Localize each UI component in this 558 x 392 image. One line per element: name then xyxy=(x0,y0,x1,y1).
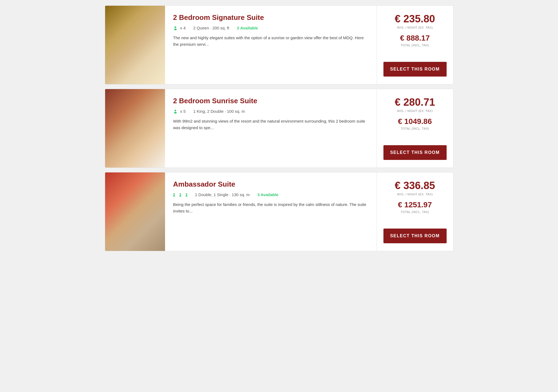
meta-separator xyxy=(188,26,191,30)
price-avg: € 336.85 xyxy=(383,180,447,192)
select-room-button[interactable]: SELECT THIS ROOM xyxy=(383,229,447,243)
person-icon xyxy=(173,193,178,197)
price-section: € 280.71 AVG. / NIGHT (EX. TAX) € 1049.8… xyxy=(383,97,447,130)
room-description: The new and highly elegant suites with t… xyxy=(173,35,368,48)
price-section: € 235.80 AVG. / NIGHT (EX. TAX) € 888.17… xyxy=(383,13,447,47)
person-icon xyxy=(183,193,187,197)
price-total: € 888.17 xyxy=(383,34,447,42)
person-icon xyxy=(173,109,178,114)
person-icon xyxy=(173,26,178,30)
svg-point-4 xyxy=(173,193,175,195)
room-name: Ambassador Suite xyxy=(173,180,368,189)
meta-separator xyxy=(188,109,191,114)
room-details: Ambassador Suite 1 Double, 1 Single · 13… xyxy=(165,172,377,251)
room-image-placeholder xyxy=(105,6,165,84)
meta-separator-2 xyxy=(232,26,234,30)
price-avg-label: AVG. / NIGHT (EX. TAX) xyxy=(383,109,447,113)
room-name: 2 Bedroom Sunrise Suite xyxy=(173,97,368,105)
guest-icons xyxy=(173,109,178,114)
price-total-label: TOTAL (INCL. TAX) xyxy=(383,210,447,214)
availability-badge: 2 Available xyxy=(237,26,258,30)
room-image xyxy=(105,172,165,251)
room-meta: x 4 2 Queen · 200 sq. ft 2 Available xyxy=(173,26,368,30)
price-avg: € 235.80 xyxy=(383,13,447,25)
price-total-label: TOTAL (INCL. TAX) xyxy=(383,44,447,47)
select-room-button[interactable]: SELECT THIS ROOM xyxy=(383,62,447,77)
price-total-label: TOTAL (INCL. TAX) xyxy=(383,127,447,130)
room-description: Being the perfect space for families or … xyxy=(173,201,368,214)
guest-count-label: x 4 xyxy=(180,26,186,30)
svg-point-8 xyxy=(186,193,187,195)
room-pricing: € 336.85 AVG. / NIGHT (EX. TAX) € 1251.9… xyxy=(377,172,453,251)
bed-info: 2 Queen · 200 sq. ft xyxy=(193,26,229,30)
select-room-button[interactable]: SELECT THIS ROOM xyxy=(383,145,447,160)
room-pricing: € 235.80 AVG. / NIGHT (EX. TAX) € 888.17… xyxy=(377,6,453,84)
room-image xyxy=(105,6,165,84)
price-total: € 1049.86 xyxy=(383,117,447,126)
room-details: 2 Bedroom Sunrise Suite x 5 1 King, 2 Do… xyxy=(165,89,377,168)
person-icon xyxy=(178,193,182,197)
room-meta: 1 Double, 1 Single · 130 sq. m 3 Availab… xyxy=(173,192,368,197)
svg-point-6 xyxy=(179,193,181,195)
room-meta: x 5 1 King, 2 Double · 100 sq. m xyxy=(173,109,368,114)
room-card: 2 Bedroom Signature Suite x 4 2 Queen · … xyxy=(105,5,453,84)
room-card: Ambassador Suite 1 Double, 1 Single · 13… xyxy=(105,172,453,251)
svg-point-3 xyxy=(174,112,177,114)
price-avg-label: AVG. / NIGHT (EX. TAX) xyxy=(383,193,447,196)
meta-separator-2 xyxy=(252,192,255,197)
price-avg-label: AVG. / NIGHT (EX. TAX) xyxy=(383,26,447,29)
svg-point-0 xyxy=(175,26,176,28)
room-image-placeholder xyxy=(105,89,165,168)
svg-point-2 xyxy=(175,110,176,111)
rooms-list: 2 Bedroom Signature Suite x 4 2 Queen · … xyxy=(105,5,453,251)
availability-badge: 3 Available xyxy=(257,192,278,197)
svg-point-5 xyxy=(173,195,175,196)
bed-info: 1 King, 2 Double · 100 sq. m xyxy=(193,109,245,114)
price-total: € 1251.97 xyxy=(383,201,447,209)
room-card: 2 Bedroom Sunrise Suite x 5 1 King, 2 Do… xyxy=(105,89,453,168)
room-pricing: € 280.71 AVG. / NIGHT (EX. TAX) € 1049.8… xyxy=(377,89,453,168)
svg-point-9 xyxy=(185,195,187,196)
price-avg: € 280.71 xyxy=(383,97,447,108)
room-name: 2 Bedroom Signature Suite xyxy=(173,13,368,22)
meta-separator xyxy=(190,192,192,197)
room-image xyxy=(105,89,165,168)
price-section: € 336.85 AVG. / NIGHT (EX. TAX) € 1251.9… xyxy=(383,180,447,214)
svg-point-7 xyxy=(179,195,181,196)
svg-point-1 xyxy=(174,29,177,30)
room-description: With 99m2 and stunning views of the reso… xyxy=(173,118,368,131)
guest-icons xyxy=(173,26,178,30)
room-image-placeholder xyxy=(105,172,165,251)
guest-count-label: x 5 xyxy=(180,109,186,114)
bed-info: 1 Double, 1 Single · 130 sq. m xyxy=(195,192,250,197)
guest-icons xyxy=(173,193,187,197)
room-details: 2 Bedroom Signature Suite x 4 2 Queen · … xyxy=(165,6,377,84)
